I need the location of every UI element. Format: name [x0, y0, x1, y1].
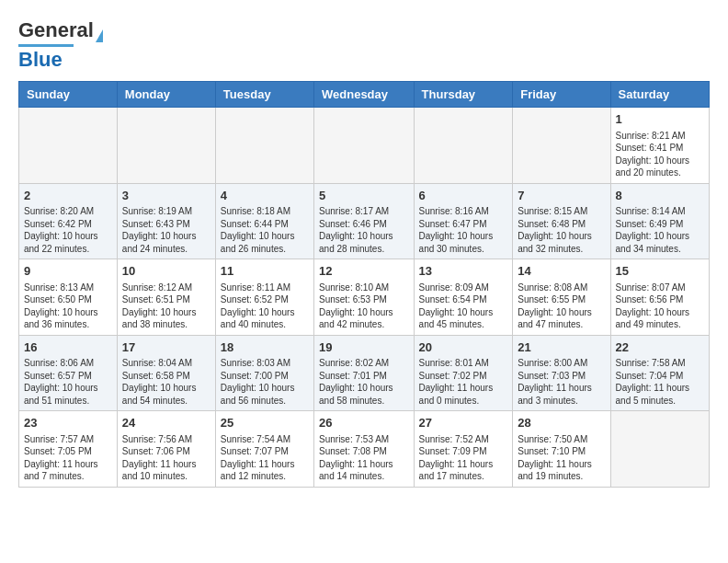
day-number: 23 — [24, 415, 112, 431]
calendar-cell: 28Sunrise: 7:50 AM Sunset: 7:10 PM Dayli… — [513, 411, 610, 488]
logo: General Blue — [18, 18, 103, 72]
day-info: Sunrise: 8:18 AM Sunset: 6:44 PM Dayligh… — [221, 205, 309, 255]
day-number: 12 — [319, 263, 409, 280]
day-info: Sunrise: 8:13 AM Sunset: 6:50 PM Dayligh… — [24, 282, 112, 331]
calendar-cell — [117, 108, 215, 184]
calendar-cell: 2Sunrise: 8:20 AM Sunset: 6:42 PM Daylig… — [19, 183, 118, 259]
calendar-cell — [610, 411, 709, 488]
calendar-cell: 4Sunrise: 8:18 AM Sunset: 6:44 PM Daylig… — [215, 183, 313, 259]
calendar-cell: 27Sunrise: 7:52 AM Sunset: 7:09 PM Dayli… — [414, 411, 513, 488]
day-number: 18 — [221, 339, 309, 356]
day-info: Sunrise: 8:04 AM Sunset: 6:58 PM Dayligh… — [122, 357, 210, 407]
day-number: 1 — [616, 111, 704, 128]
calendar-cell: 21Sunrise: 8:00 AM Sunset: 7:03 PM Dayli… — [513, 335, 610, 411]
day-info: Sunrise: 8:14 AM Sunset: 6:49 PM Dayligh… — [616, 205, 704, 255]
calendar-cell: 26Sunrise: 7:53 AM Sunset: 7:08 PM Dayli… — [314, 411, 415, 488]
day-number: 9 — [24, 263, 112, 280]
calendar-week-2: 2Sunrise: 8:20 AM Sunset: 6:42 PM Daylig… — [19, 183, 710, 259]
day-number: 14 — [518, 263, 605, 280]
calendar-cell: 18Sunrise: 8:03 AM Sunset: 7:00 PM Dayli… — [215, 335, 313, 411]
calendar-cell: 3Sunrise: 8:19 AM Sunset: 6:43 PM Daylig… — [117, 183, 215, 259]
day-info: Sunrise: 8:19 AM Sunset: 6:43 PM Dayligh… — [122, 205, 210, 255]
day-info: Sunrise: 8:15 AM Sunset: 6:48 PM Dayligh… — [518, 205, 605, 255]
day-info: Sunrise: 8:17 AM Sunset: 6:46 PM Dayligh… — [319, 205, 409, 255]
day-number: 15 — [616, 263, 704, 280]
weekday-header-monday: Monday — [117, 82, 215, 108]
day-info: Sunrise: 8:00 AM Sunset: 7:03 PM Dayligh… — [518, 357, 605, 407]
calendar-cell: 7Sunrise: 8:15 AM Sunset: 6:48 PM Daylig… — [513, 183, 610, 259]
day-number: 25 — [221, 415, 309, 431]
day-info: Sunrise: 8:09 AM Sunset: 6:54 PM Dayligh… — [419, 282, 508, 331]
day-info: Sunrise: 8:16 AM Sunset: 6:47 PM Dayligh… — [419, 205, 508, 255]
day-number: 19 — [319, 339, 409, 356]
day-number: 11 — [221, 263, 309, 280]
calendar-table: SundayMondayTuesdayWednesdayThursdayFrid… — [18, 81, 710, 488]
calendar-cell: 16Sunrise: 8:06 AM Sunset: 6:57 PM Dayli… — [19, 335, 118, 411]
calendar-cell — [19, 108, 118, 184]
day-number: 27 — [419, 415, 508, 431]
day-number: 7 — [518, 188, 605, 204]
calendar-cell: 19Sunrise: 8:02 AM Sunset: 7:01 PM Dayli… — [314, 335, 415, 411]
logo-general: General — [18, 18, 94, 42]
weekday-header-saturday: Saturday — [610, 82, 709, 108]
day-number: 28 — [518, 415, 605, 431]
day-number: 24 — [122, 415, 210, 431]
day-number: 22 — [616, 339, 704, 356]
calendar-cell: 23Sunrise: 7:57 AM Sunset: 7:05 PM Dayli… — [19, 411, 118, 488]
weekday-header-wednesday: Wednesday — [314, 82, 415, 108]
day-info: Sunrise: 7:56 AM Sunset: 7:06 PM Dayligh… — [122, 433, 210, 483]
weekday-header-tuesday: Tuesday — [215, 82, 313, 108]
calendar-cell: 10Sunrise: 8:12 AM Sunset: 6:51 PM Dayli… — [117, 259, 215, 336]
day-info: Sunrise: 8:02 AM Sunset: 7:01 PM Dayligh… — [319, 357, 409, 407]
day-number: 26 — [319, 415, 409, 431]
day-info: Sunrise: 8:12 AM Sunset: 6:51 PM Dayligh… — [122, 282, 210, 331]
calendar-cell: 22Sunrise: 7:58 AM Sunset: 7:04 PM Dayli… — [610, 335, 709, 411]
calendar-cell — [414, 108, 513, 184]
day-info: Sunrise: 8:10 AM Sunset: 6:53 PM Dayligh… — [319, 282, 409, 331]
calendar-week-3: 9Sunrise: 8:13 AM Sunset: 6:50 PM Daylig… — [19, 259, 710, 336]
logo-triangle-icon — [96, 29, 103, 42]
day-info: Sunrise: 7:57 AM Sunset: 7:05 PM Dayligh… — [24, 433, 112, 483]
day-number: 20 — [419, 339, 508, 356]
logo-blue: Blue — [18, 48, 63, 72]
calendar-cell: 15Sunrise: 8:07 AM Sunset: 6:56 PM Dayli… — [610, 259, 709, 336]
calendar-cell: 14Sunrise: 8:08 AM Sunset: 6:55 PM Dayli… — [513, 259, 610, 336]
calendar-cell: 25Sunrise: 7:54 AM Sunset: 7:07 PM Dayli… — [215, 411, 313, 488]
page-header: General Blue — [18, 18, 710, 72]
calendar-cell: 13Sunrise: 8:09 AM Sunset: 6:54 PM Dayli… — [414, 259, 513, 336]
day-number: 6 — [419, 188, 508, 204]
day-info: Sunrise: 8:21 AM Sunset: 6:41 PM Dayligh… — [616, 130, 704, 179]
day-info: Sunrise: 8:03 AM Sunset: 7:00 PM Dayligh… — [221, 357, 309, 407]
day-number: 13 — [419, 263, 508, 280]
weekday-header-sunday: Sunday — [19, 82, 118, 108]
day-info: Sunrise: 8:06 AM Sunset: 6:57 PM Dayligh… — [24, 357, 112, 407]
day-info: Sunrise: 7:50 AM Sunset: 7:10 PM Dayligh… — [518, 433, 605, 483]
calendar-week-5: 23Sunrise: 7:57 AM Sunset: 7:05 PM Dayli… — [19, 411, 710, 488]
day-number: 5 — [319, 188, 409, 204]
day-info: Sunrise: 7:52 AM Sunset: 7:09 PM Dayligh… — [419, 433, 508, 483]
day-info: Sunrise: 7:54 AM Sunset: 7:07 PM Dayligh… — [221, 433, 309, 483]
day-number: 3 — [122, 188, 210, 204]
day-info: Sunrise: 8:20 AM Sunset: 6:42 PM Dayligh… — [24, 205, 112, 255]
calendar-cell: 17Sunrise: 8:04 AM Sunset: 6:58 PM Dayli… — [117, 335, 215, 411]
calendar-cell: 1Sunrise: 8:21 AM Sunset: 6:41 PM Daylig… — [610, 108, 709, 184]
day-number: 2 — [24, 188, 112, 204]
day-number: 17 — [122, 339, 210, 356]
day-info: Sunrise: 7:58 AM Sunset: 7:04 PM Dayligh… — [616, 357, 704, 407]
calendar-cell: 24Sunrise: 7:56 AM Sunset: 7:06 PM Dayli… — [117, 411, 215, 488]
day-info: Sunrise: 8:11 AM Sunset: 6:52 PM Dayligh… — [221, 282, 309, 331]
calendar-cell: 20Sunrise: 8:01 AM Sunset: 7:02 PM Dayli… — [414, 335, 513, 411]
calendar-cell: 8Sunrise: 8:14 AM Sunset: 6:49 PM Daylig… — [610, 183, 709, 259]
calendar-cell — [215, 108, 313, 184]
weekday-header-thursday: Thursday — [414, 82, 513, 108]
calendar-week-4: 16Sunrise: 8:06 AM Sunset: 6:57 PM Dayli… — [19, 335, 710, 411]
day-info: Sunrise: 8:07 AM Sunset: 6:56 PM Dayligh… — [616, 282, 704, 331]
calendar-cell: 6Sunrise: 8:16 AM Sunset: 6:47 PM Daylig… — [414, 183, 513, 259]
calendar-cell: 11Sunrise: 8:11 AM Sunset: 6:52 PM Dayli… — [215, 259, 313, 336]
day-number: 4 — [221, 188, 309, 204]
calendar-cell: 9Sunrise: 8:13 AM Sunset: 6:50 PM Daylig… — [19, 259, 118, 336]
day-info: Sunrise: 8:01 AM Sunset: 7:02 PM Dayligh… — [419, 357, 508, 407]
calendar-cell — [314, 108, 415, 184]
day-number: 21 — [518, 339, 605, 356]
calendar-cell: 5Sunrise: 8:17 AM Sunset: 6:46 PM Daylig… — [314, 183, 415, 259]
